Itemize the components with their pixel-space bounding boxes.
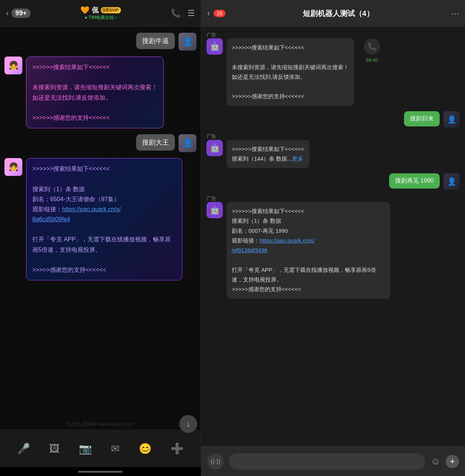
sent-text-2: 搜剧大王 [142, 139, 169, 146]
sent-text-1: 搜剧牛逼 [142, 37, 169, 45]
voice-button[interactable]: ((·)) [207, 453, 224, 470]
left-header-right: 📞 ☰ [171, 9, 195, 18]
right-recv-bubble-2: >>>>>>搜索结果如下<<<<<< 搜索到（144）条 数据...更多 [227, 140, 310, 168]
home-bar [78, 471, 123, 473]
phone-icon[interactable]: 📞 [171, 9, 181, 18]
left-header: ‹ 99+ 🧡 侃 5年SVIP ● TIM电脑在线 › 📞 ☰ [0, 0, 201, 27]
right-back-button[interactable]: ‹ [207, 9, 210, 18]
right-sent-bubble-2: 搜剧再见 1990 [389, 173, 440, 189]
home-indicator [0, 467, 201, 476]
online-status: ● TIM电脑在线 › [84, 15, 116, 21]
left-header-left: ‹ 99+ [6, 9, 31, 18]
left-toolbar: 🎤 🖼 📷 ✉ 😊 ➕ [0, 430, 201, 467]
ai-avatar-1: 🤖 [206, 38, 223, 55]
message-row-sent-2: 👤 搜剧大王 [4, 134, 196, 152]
right-ad-label-1: 广告 🤖 >>>>>>搜索结果如下<<<<<< 未搜索到资源，请先缩短搜剧关键词… [206, 31, 460, 106]
right-count-badge: 25 [214, 10, 225, 17]
message-row-sent-1: 👤 搜剧牛逼 [4, 33, 196, 51]
right-recv-bubble-1: >>>>>>搜索结果如下<<<<<< 未搜索到资源，请先缩短搜剧关键词再次搜索！… [227, 38, 354, 106]
phone-call-icon: 📞 [368, 40, 377, 53]
left-panel: ‹ 99+ 🧡 侃 5年SVIP ● TIM电脑在线 › 📞 ☰ 👤 搜剧牛逼 … [0, 0, 201, 476]
right-header-left: ‹ 25 [207, 9, 225, 18]
plus-icon: + [450, 457, 455, 466]
right-recv-bubble-3: >>>>>>搜索结果如下<<<<<< 搜索到（1）条 数据 剧名：0007-再见… [227, 202, 390, 299]
recv-bubble-1: >>>>>>搜索结果如下<<<<<< 未搜索到资源，请先缩短搜剧关键词再次搜索！… [26, 57, 164, 128]
right-sent-avatar-2: 👤 [443, 173, 460, 190]
unread-badge[interactable]: 99+ [12, 9, 31, 18]
message-row-recv-1: 👧 >>>>>>搜索结果如下<<<<<< 未搜索到资源，请先缩短搜剧关键词再次搜… [4, 57, 196, 128]
quark-link-2[interactable]: https://pan.quark.cn/s//ef9136df3496 [232, 237, 315, 253]
right-messages: 广告 🤖 >>>>>>搜索结果如下<<<<<< 未搜索到资源，请先缩短搜剧关键词… [201, 27, 465, 446]
camera-toolbar-icon[interactable]: 📷 [79, 443, 92, 455]
plus-button[interactable]: + [446, 455, 459, 468]
ai-avatar-2: 🤖 [206, 140, 223, 156]
right-sent-avatar-1: 👤 [443, 111, 460, 128]
call-icon[interactable]: 📞 [364, 38, 380, 55]
right-bottom-toolbar: ((·)) ☺ + [201, 446, 465, 476]
message-row-recv-2: 👧 >>>>>>搜索结果如下<<<<<< 搜索到（1）条 数据 剧名：6504-… [4, 158, 196, 280]
message-input[interactable] [229, 453, 425, 470]
right-ad-label-3: 广告 🤖 >>>>>>搜索结果如下<<<<<< 搜索到（1）条 数据 剧名：00… [206, 195, 460, 299]
voice-toolbar-icon[interactable]: 🎤 [17, 443, 30, 455]
ad-text-3: 广告 [206, 196, 216, 201]
sent-bubble-1: 搜剧牛逼 [136, 33, 175, 49]
right-recv-text-2: >>>>>>搜索结果如下<<<<<< 搜索到（144）条 数据...更多 [232, 146, 304, 162]
mail-toolbar-icon[interactable]: ✉ [111, 443, 119, 455]
left-header-center: 🧡 侃 5年SVIP ● TIM电脑在线 › [80, 6, 121, 21]
plus-toolbar-icon[interactable]: ➕ [171, 443, 184, 455]
emoji-toolbar-icon[interactable]: 😊 [139, 443, 152, 455]
recv-bubble-2: >>>>>>搜索结果如下<<<<<< 搜索到（1）条 数据 剧名：6504-大王… [26, 158, 182, 280]
watermark: 九块九源码网 www.9k9ym.com [67, 421, 134, 428]
right-recv-row-2: 🤖 >>>>>>搜索结果如下<<<<<< 搜索到（144）条 数据...更多 [206, 140, 460, 168]
ai-avatar-3: 🤖 [206, 202, 223, 218]
right-ad-label-2: 广告 🤖 >>>>>>搜索结果如下<<<<<< 搜索到（144）条 数据...更… [206, 133, 460, 168]
call-duration: 69:40 [366, 56, 378, 65]
right-panel: ‹ 25 短剧机器人测试（4） ··· 广告 🤖 >>>>>>搜索结果如下<<<… [201, 0, 465, 476]
voice-wave-icon: ((·)) [211, 458, 220, 465]
more-options-icon[interactable]: ··· [451, 8, 459, 19]
user-emoji-icon: 🧡 [80, 6, 90, 15]
ad-text-2: 广告 [206, 134, 216, 139]
recv-avatar-1: 👧 [4, 57, 22, 74]
menu-icon[interactable]: ☰ [187, 9, 195, 18]
left-messages: 👤 搜剧牛逼 👧 >>>>>>搜索结果如下<<<<<< 未搜索到资源，请先缩短搜… [0, 27, 201, 430]
right-recv-row-3: 🤖 >>>>>>搜索结果如下<<<<<< 搜索到（1）条 数据 剧名：0007-… [206, 202, 460, 299]
more-link[interactable]: 更多 [292, 155, 303, 162]
right-sent-text-1: 搜剧归来 [410, 115, 434, 122]
sent-avatar-2: 👤 [179, 134, 196, 152]
recv-text-1: >>>>>>搜索结果如下<<<<<< 未搜索到资源，请先缩短搜剧关键词再次搜索！… [32, 64, 157, 121]
sent-bubble-2: 搜剧大王 [136, 134, 175, 151]
recv-text-2: >>>>>>搜索结果如下<<<<<< 搜索到（1）条 数据 剧名：6504-大王… [32, 165, 171, 273]
right-sent-row-2: 搜剧再见 1990 👤 [206, 173, 460, 190]
emoji-button[interactable]: ☺ [430, 456, 440, 467]
image-toolbar-icon[interactable]: 🖼 [49, 443, 60, 455]
right-header-right: ··· [451, 8, 459, 19]
scroll-down-indicator[interactable]: ↓ [179, 415, 197, 433]
recv-avatar-2: 👧 [4, 158, 22, 176]
vip-badge: 5年SVIP [101, 7, 121, 13]
right-sent-row-1: 搜剧归来 👤 [206, 111, 460, 128]
call-badge: 📞 69:40 [364, 38, 380, 65]
right-header: ‹ 25 短剧机器人测试（4） ··· [201, 0, 465, 27]
right-recv-text-1: >>>>>>搜索结果如下<<<<<< 未搜索到资源，请先缩短搜剧关键词再次搜索！… [232, 44, 349, 99]
right-recv-row-1: 🤖 >>>>>>搜索结果如下<<<<<< 未搜索到资源，请先缩短搜剧关键词再次搜… [206, 38, 460, 106]
right-sent-bubble-1: 搜剧归来 [404, 111, 440, 126]
quark-link-1[interactable]: https://pan.quark.cn/s/8a6cd5b09fe4 [32, 206, 121, 222]
ad-text-1: 广告 [206, 32, 216, 38]
user-name-row: 🧡 侃 5年SVIP [80, 6, 121, 15]
right-sent-text-2: 搜剧再见 1990 [395, 177, 434, 184]
sent-avatar-1: 👤 [179, 33, 196, 51]
back-button[interactable]: ‹ [6, 9, 9, 18]
username: 侃 [92, 6, 99, 15]
right-recv-text-3: >>>>>>搜索结果如下<<<<<< 搜索到（1）条 数据 剧名：0007-再见… [232, 208, 376, 292]
right-chat-title: 短剧机器人测试（4） [303, 9, 374, 19]
